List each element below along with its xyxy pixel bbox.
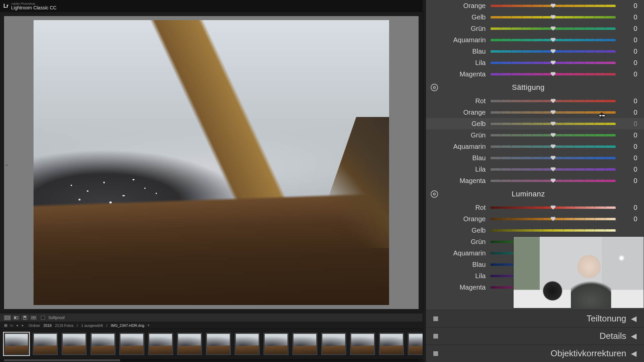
targeted-adjust-icon[interactable]	[431, 84, 438, 91]
slider-thumb[interactable]	[550, 144, 556, 149]
panel-collapse-icon[interactable]: ◀	[631, 332, 637, 341]
panel-switch-icon[interactable]	[433, 334, 438, 339]
slider-value[interactable]: 0	[616, 59, 637, 67]
slider-thumb[interactable]	[550, 122, 556, 126]
slider-label[interactable]: Blau	[431, 154, 490, 162]
slider-track[interactable]	[490, 0, 616, 11]
slider-thumb[interactable]	[550, 99, 556, 103]
slider-thumb[interactable]	[550, 72, 556, 76]
slider-value[interactable]: 0	[616, 48, 637, 55]
slider-label[interactable]: Gelb	[431, 227, 490, 234]
panel-details[interactable]: Details◀	[426, 327, 644, 345]
slider-value[interactable]: 0	[616, 166, 637, 173]
slider-label[interactable]: Grün	[431, 25, 490, 33]
slider-track[interactable]	[490, 152, 616, 164]
panel-switch-icon[interactable]	[433, 351, 438, 356]
slider-track[interactable]	[490, 95, 616, 107]
filmstrip-thumb[interactable]	[32, 332, 58, 356]
slider-track[interactable]	[490, 11, 616, 23]
view-loupe-button[interactable]	[3, 315, 11, 321]
slider-thumb[interactable]	[550, 49, 556, 54]
filmstrip-thumb[interactable]	[148, 332, 174, 356]
panel-collapse-icon[interactable]: ◀	[631, 314, 637, 323]
filmstrip-thumb[interactable]	[321, 332, 347, 356]
filmstrip-scrollbar-thumb[interactable]	[4, 359, 120, 361]
slider-label[interactable]: Magenta	[431, 177, 490, 185]
panel-collapse-icon[interactable]: ◀	[631, 349, 637, 358]
slider-label[interactable]: Rot	[431, 204, 490, 212]
crumb-dropdown-icon[interactable]: ▾	[148, 323, 150, 327]
slider-label[interactable]: Lila	[431, 59, 490, 67]
grid-icon[interactable]: ▦	[3, 323, 8, 328]
filmstrip-thumb[interactable]	[205, 332, 231, 356]
slider-label[interactable]: Aquamarin	[431, 143, 490, 150]
filmstrip-thumb[interactable]	[407, 332, 423, 356]
filmstrip-thumb[interactable]	[119, 332, 145, 356]
slider-thumb[interactable]	[550, 205, 556, 210]
develop-right-panel[interactable]: Orange0Gelb0Grün0Aquamarin0Blau0Lila0Mag…	[424, 0, 644, 362]
filmstrip-thumb[interactable]	[292, 332, 318, 356]
slider-label[interactable]: Orange	[431, 2, 490, 10]
image-canvas[interactable]: ▸	[4, 16, 419, 309]
slider-thumb[interactable]	[550, 133, 556, 137]
slider-value[interactable]: 0	[616, 70, 637, 78]
slider-value[interactable]: 0	[616, 25, 637, 33]
filmstrip-thumb[interactable]	[378, 332, 405, 356]
slider-value[interactable]: 0	[616, 177, 637, 185]
slider-track[interactable]	[490, 34, 616, 46]
filmstrip-scrollbar[interactable]	[4, 359, 419, 361]
nav-prev-icon[interactable]: ◂	[15, 323, 19, 328]
slider-label[interactable]: Aquamarin	[431, 249, 490, 257]
filmstrip-thumb[interactable]	[350, 332, 376, 356]
slider-track[interactable]	[490, 175, 616, 186]
slider-track[interactable]	[490, 107, 616, 118]
slider-track[interactable]	[490, 164, 616, 175]
slider-track[interactable]	[490, 46, 616, 57]
slider-value[interactable]: 0	[616, 143, 637, 150]
view-survey-button[interactable]	[30, 315, 38, 321]
slider-thumb[interactable]	[550, 4, 556, 8]
slider-label[interactable]: Magenta	[431, 284, 490, 291]
slider-track[interactable]	[490, 68, 616, 80]
slider-thumb[interactable]	[550, 217, 556, 221]
filmstrip-thumb[interactable]	[263, 332, 289, 356]
second-window-icon[interactable]: ▭	[9, 323, 14, 328]
slider-label[interactable]: Blau	[431, 261, 490, 268]
panel-objektivkorrekturen[interactable]: Objektivkorrekturen◀	[426, 345, 644, 362]
slider-value[interactable]: 0	[616, 204, 637, 212]
slider-thumb[interactable]	[550, 26, 556, 31]
slider-thumb[interactable]	[550, 156, 556, 160]
slider-value[interactable]: 0	[616, 2, 637, 10]
filmstrip-thumb[interactable]	[61, 332, 87, 356]
panel-switch-icon[interactable]	[433, 316, 438, 321]
slider-label[interactable]: Magenta	[431, 70, 490, 78]
filmstrip-thumb[interactable]	[234, 332, 260, 356]
slider-label[interactable]: Lila	[431, 166, 490, 173]
slider-thumb[interactable]	[550, 61, 556, 65]
slider-track[interactable]	[490, 225, 616, 236]
slider-track[interactable]	[490, 213, 616, 225]
slider-label[interactable]: Aquamarin	[431, 36, 490, 44]
slider-value[interactable]: 0	[616, 36, 637, 44]
slider-label[interactable]: Gelb	[431, 120, 490, 128]
slider-label[interactable]: Rot	[431, 97, 490, 105]
slider-thumb[interactable]	[550, 179, 556, 183]
crumb-folder-name[interactable]: 2018	[43, 323, 51, 327]
slider-label[interactable]: Orange	[431, 109, 490, 116]
nav-next-icon[interactable]: ▸	[20, 323, 25, 328]
slider-label[interactable]: Grün	[431, 131, 490, 139]
slider-thumb[interactable]	[550, 15, 556, 19]
filmstrip-thumb[interactable]	[90, 332, 116, 356]
slider-track[interactable]	[490, 57, 616, 68]
slider-label[interactable]: Blau	[431, 48, 490, 55]
slider-value[interactable]: 0	[616, 154, 637, 162]
view-compare-button[interactable]	[21, 315, 29, 321]
slider-thumb[interactable]	[550, 38, 556, 42]
slider-value[interactable]: 0	[616, 215, 637, 223]
slider-label[interactable]: Orange	[431, 215, 490, 223]
slider-label[interactable]: Lila	[431, 272, 490, 280]
slider-value[interactable]: 0	[616, 97, 637, 105]
filmstrip-thumb[interactable]	[176, 332, 203, 356]
softproof-checkbox[interactable]	[41, 316, 45, 320]
slider-track[interactable]	[490, 202, 616, 213]
